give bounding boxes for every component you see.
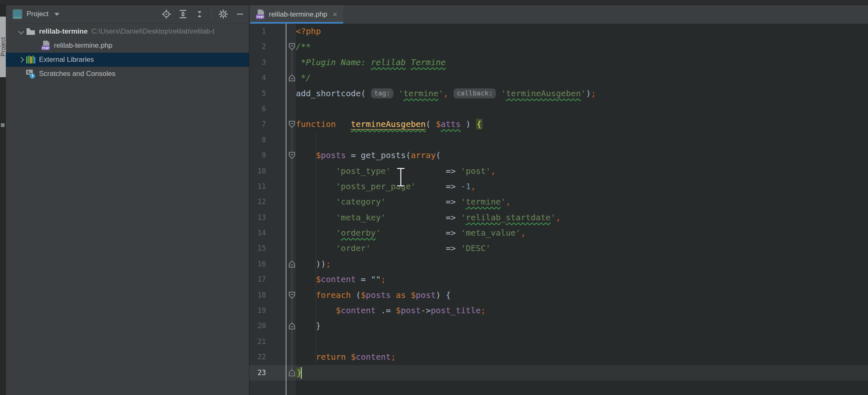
collapse-all-icon[interactable] bbox=[195, 9, 205, 19]
fold-marker-close[interactable] bbox=[289, 74, 295, 81]
tool-window-stripe: Project bbox=[0, 5, 6, 395]
code-line-2[interactable]: 2/** bbox=[249, 39, 868, 54]
hide-panel-icon[interactable] bbox=[235, 9, 245, 19]
tree-item-label: Scratches and Consoles bbox=[39, 70, 115, 78]
editor-area: PHP relilab-termine.php × 1<?php2/**3 *P… bbox=[249, 5, 868, 395]
line-number[interactable]: 11 bbox=[249, 179, 266, 194]
code-line-10[interactable]: 10 'post_type' => 'post', bbox=[249, 163, 868, 179]
code-line-1[interactable]: 1<?php bbox=[249, 24, 868, 39]
line-number[interactable]: 12 bbox=[249, 194, 266, 210]
library-icon bbox=[26, 55, 36, 65]
code-text: add_shortcode( tag: 'termine', callback:… bbox=[296, 86, 596, 101]
fold-marker-open[interactable] bbox=[289, 152, 295, 159]
code-text: 'meta_key' => 'relilab_startdate', bbox=[296, 210, 561, 225]
close-tab-icon[interactable]: × bbox=[333, 10, 337, 18]
code-text: */ bbox=[296, 70, 311, 85]
line-number[interactable]: 2 bbox=[249, 39, 266, 54]
line-number[interactable]: 5 bbox=[249, 86, 266, 101]
code-text: 'order' => 'DESC' bbox=[296, 241, 491, 256]
line-number[interactable]: 15 bbox=[249, 241, 266, 256]
code-line-13[interactable]: 13 'meta_key' => 'relilab_startdate', bbox=[249, 210, 868, 225]
toolbar-separator bbox=[211, 9, 212, 20]
code-text: /** bbox=[296, 39, 311, 54]
expand-all-icon[interactable] bbox=[178, 9, 188, 19]
code-line-23[interactable]: 23} bbox=[249, 365, 868, 380]
line-number[interactable]: 8 bbox=[249, 132, 266, 148]
php-file-icon: PHP bbox=[255, 10, 265, 20]
line-number[interactable]: 20 bbox=[249, 318, 266, 334]
code-line-16[interactable]: 16 )); bbox=[249, 256, 868, 272]
code-line-6[interactable]: 6 bbox=[249, 101, 868, 117]
code-line-3[interactable]: 3 *Plugin Name: relilab Termine bbox=[249, 55, 868, 70]
code-text: $content .= $post->post_title; bbox=[296, 303, 486, 318]
line-number[interactable]: 3 bbox=[249, 55, 266, 70]
parameter-hint: callback: bbox=[454, 88, 496, 98]
code-text: )); bbox=[296, 256, 331, 272]
fold-marker-close[interactable] bbox=[289, 322, 295, 329]
code-line-17[interactable]: 17 $content = ""; bbox=[249, 272, 868, 287]
tree-item-path: C:\Users\Daniel\Desktop\relilab\relilab-… bbox=[91, 27, 215, 36]
code-text: $content = ""; bbox=[296, 272, 386, 287]
line-number[interactable]: 9 bbox=[249, 148, 266, 163]
line-number[interactable]: 17 bbox=[249, 272, 266, 287]
line-number[interactable]: 1 bbox=[249, 24, 266, 39]
code-line-5[interactable]: 5add_shortcode( tag: 'termine', callback… bbox=[249, 86, 868, 101]
fold-marker-open[interactable] bbox=[289, 121, 295, 128]
code-text: return $content; bbox=[296, 349, 396, 365]
code-line-15[interactable]: 15 'order' => 'DESC' bbox=[249, 241, 868, 256]
line-number[interactable]: 13 bbox=[249, 210, 266, 225]
code-text: } bbox=[296, 318, 321, 334]
line-number[interactable]: 7 bbox=[249, 117, 266, 132]
line-number[interactable]: 18 bbox=[249, 288, 266, 303]
chevron-down-icon[interactable] bbox=[18, 29, 24, 34]
code-line-9[interactable]: 9 $posts = get_posts(array( bbox=[249, 148, 868, 163]
line-number[interactable]: 21 bbox=[249, 334, 266, 349]
tab-relilab-termine-php[interactable]: PHP relilab-termine.php × bbox=[250, 5, 343, 24]
chevron-down-icon[interactable] bbox=[54, 13, 59, 16]
code-line-11[interactable]: 11 'posts_per_page' => -1, bbox=[249, 179, 868, 194]
line-number[interactable]: 6 bbox=[249, 101, 266, 117]
tab-title: relilab-termine.php bbox=[269, 10, 327, 19]
fold-marker-open[interactable] bbox=[289, 43, 295, 50]
line-number[interactable]: 22 bbox=[249, 349, 266, 365]
code-line-19[interactable]: 19 $content .= $post->post_title; bbox=[249, 303, 868, 318]
stripe-secondary-icon[interactable] bbox=[1, 123, 5, 127]
project-stripe-label: Project bbox=[0, 37, 6, 56]
code-line-8[interactable]: 8 bbox=[249, 132, 868, 148]
tree-item-external-libraries[interactable]: External Libraries bbox=[6, 53, 249, 67]
folder-icon bbox=[26, 27, 36, 37]
code-text: 'posts_per_page' => -1, bbox=[296, 179, 476, 194]
code-line-14[interactable]: 14 'orderby' => 'meta_value', bbox=[249, 225, 868, 241]
fold-marker-open[interactable] bbox=[289, 292, 295, 299]
project-tree: relilab-termineC:\Users\Daniel\Desktop\r… bbox=[6, 24, 249, 81]
code-line-4[interactable]: 4 */ bbox=[249, 70, 868, 85]
parameter-hint: tag: bbox=[371, 88, 394, 98]
code-line-22[interactable]: 22 return $content; bbox=[249, 349, 868, 365]
chevron-right-icon[interactable] bbox=[18, 57, 24, 63]
line-number[interactable]: 10 bbox=[249, 163, 266, 179]
tree-item-label: relilab-termine bbox=[39, 27, 88, 36]
line-number[interactable]: 19 bbox=[249, 303, 266, 318]
settings-gear-icon[interactable] bbox=[218, 9, 228, 19]
project-stripe-button[interactable]: Project bbox=[0, 17, 6, 77]
code-line-20[interactable]: 20 } bbox=[249, 318, 868, 334]
tree-item-scratches[interactable]: Scratches and Consoles bbox=[6, 67, 249, 81]
code-editor[interactable]: 1<?php2/**3 *Plugin Name: relilab Termin… bbox=[249, 24, 868, 395]
select-opened-file-icon[interactable] bbox=[161, 9, 171, 19]
code-text: <?php bbox=[296, 24, 321, 39]
code-line-21[interactable]: 21 bbox=[249, 334, 868, 349]
code-line-18[interactable]: 18 foreach ($posts as $post) { bbox=[249, 288, 868, 303]
line-number[interactable]: 4 bbox=[249, 70, 266, 85]
tree-item-project-root[interactable]: relilab-termineC:\Users\Daniel\Desktop\r… bbox=[6, 24, 249, 39]
php-icon: PHP bbox=[41, 41, 51, 51]
fold-marker-close[interactable] bbox=[289, 369, 295, 376]
fold-marker-close[interactable] bbox=[289, 261, 295, 268]
code-line-12[interactable]: 12 'category' => 'termine', bbox=[249, 194, 868, 210]
code-line-7[interactable]: 7function termineAusgeben( $atts ) { bbox=[249, 117, 868, 132]
code-text: *Plugin Name: relilab Termine bbox=[296, 55, 446, 70]
tree-item-php-file[interactable]: PHPrelilab-termine.php bbox=[6, 39, 249, 53]
project-panel-title: Project bbox=[27, 10, 49, 18]
line-number[interactable]: 23 bbox=[249, 365, 266, 380]
line-number[interactable]: 14 bbox=[249, 225, 266, 241]
line-number[interactable]: 16 bbox=[249, 256, 266, 272]
